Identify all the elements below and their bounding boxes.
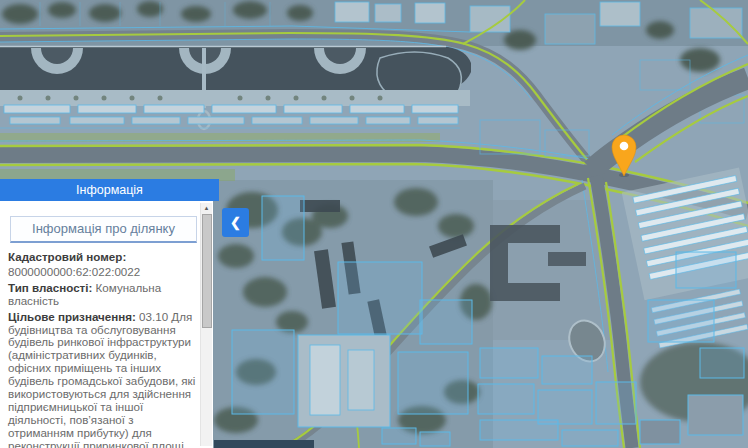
panel-header[interactable]: Інформація — [0, 179, 219, 201]
purpose-value: 03.10 Для будівництва та обслуговування … — [8, 310, 195, 448]
section-title-box: Інформація про ділянку — [10, 216, 197, 243]
field-ownership: Тип власності: Комунальна власність — [8, 282, 196, 308]
ownership-label: Тип власності: — [8, 281, 92, 294]
scroll-up-icon[interactable]: ▲ — [201, 203, 212, 214]
promenade — [0, 90, 470, 106]
cadastral-number-value: 8000000000:62:022:0022 — [8, 266, 196, 279]
panel-title: Інформація — [76, 183, 143, 197]
info-panel: Інформація про ділянку Кадастровий номер… — [0, 201, 213, 448]
chevron-left-icon: ❮ — [230, 215, 241, 230]
section-title: Інформація про ділянку — [32, 221, 175, 236]
field-purpose: Цільове призначення: 03.10 Для будівницт… — [8, 311, 196, 448]
cadastral-map-app: Інформація Інформація про ділянку Кадаст… — [0, 0, 748, 448]
collapse-panel-button[interactable]: ❮ — [222, 208, 249, 237]
cadastral-number-label: Кадастровий номер: — [8, 251, 196, 264]
purpose-label: Цільове призначення: — [8, 310, 136, 323]
field-cadastral-number: Кадастровий номер: 8000000000:62:022:002… — [8, 251, 196, 279]
parcel-fields: Кадастровий номер: 8000000000:62:022:002… — [8, 249, 196, 448]
scrollbar-thumb[interactable] — [202, 214, 212, 328]
dark-building-strip — [214, 440, 314, 448]
panel-scrollbar[interactable]: ▲ — [200, 203, 212, 446]
